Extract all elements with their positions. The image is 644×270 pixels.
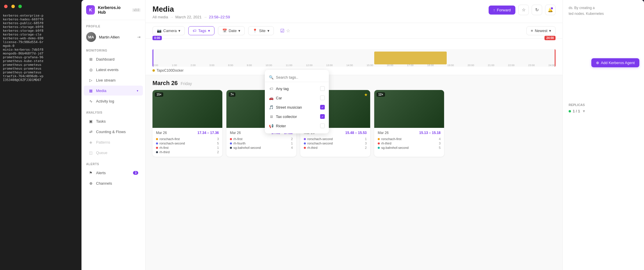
sidebar-item-alerts[interactable]: ⚑ Alerts 3: [84, 168, 143, 178]
sidebar-item-queue: ◫ Queue: [84, 148, 143, 158]
sidebar-item-dashboard[interactable]: ⊞ Dashboard: [84, 54, 143, 64]
tags-filter[interactable]: 🏷 Tags ▾: [188, 26, 214, 35]
tick-21: 21:00: [488, 64, 494, 67]
star-indicator: ★: [364, 92, 368, 97]
add-agent-button[interactable]: ⊕ Add Kerberos Agent: [591, 58, 639, 67]
sidebar-item-counting-flows[interactable]: ⇄ Counting & Flows: [84, 127, 143, 137]
media-info: Mar 26 17.34 – 17.36 rorschach-first 3 r…: [152, 128, 222, 157]
dropdown-item-tax_collector[interactable]: 🖥 Tax collector ✓: [265, 112, 329, 121]
sidebar-label-live-stream: Live stream: [96, 78, 138, 82]
tag-name: rh-fourth: [233, 142, 291, 145]
tick-14: 14:00: [346, 64, 353, 67]
tags-search-input[interactable]: [276, 75, 325, 80]
replicas-chevron-icon[interactable]: ▾: [583, 109, 585, 113]
analysis-section-label: ANALYSIS: [81, 106, 145, 116]
newest-chevron-icon: ▾: [549, 29, 551, 33]
tick-12: 12:00: [306, 64, 313, 67]
sidebar-item-activity-log[interactable]: ∿ Activity log: [84, 96, 143, 106]
tag-name: rorschach-second: [307, 142, 365, 145]
tick-23: 23:00: [528, 64, 535, 67]
media-date: Mar 26: [156, 131, 167, 135]
tag-color-dot: [230, 142, 232, 144]
tags-dropdown[interactable]: 🔍 🏷 Any tag 🚗 Car 🎵 Street musician ✓ 🖥 …: [265, 70, 329, 133]
channels-icon: ⊕: [88, 181, 93, 186]
terminal-line: minio-kerberos-7db5f8: [3, 48, 79, 52]
tag-count: 5: [217, 142, 219, 145]
terminal-line: prometheus-prometeus: [3, 67, 79, 70]
tick-18: 18:00: [427, 64, 434, 67]
site-filter[interactable]: 📍 Site ▾: [248, 26, 274, 35]
terminal-minimize-dot: [11, 5, 15, 8]
date-heading: March 26: [152, 80, 178, 87]
tag-color-dot: [304, 142, 306, 144]
media-date-row: Mar 26 15.13 – 15.18: [378, 131, 441, 135]
bell-icon: 🔔: [548, 7, 553, 13]
date-sub: Friday: [181, 81, 192, 86]
dropdown-item-rioter[interactable]: 📢 Rioter: [265, 121, 329, 130]
logout-icon[interactable]: ⇥: [137, 35, 141, 39]
sidebar-item-latest-events[interactable]: ◎ Latest events: [84, 65, 143, 75]
user-name: Martin Allien: [99, 35, 120, 39]
site-chevron-icon: ▾: [267, 29, 269, 33]
add-agent-icon: ⊕: [596, 61, 599, 65]
tick-17: 17:00: [407, 64, 414, 67]
tag-count: 1: [291, 142, 293, 145]
filter-check-icon[interactable]: ☑: [280, 28, 284, 33]
main-header: Media All media → March 22, 2021 → 23:58…: [146, 0, 563, 23]
timeline-activity-fill: [374, 52, 447, 64]
breadcrumb-all-media: All media: [152, 15, 168, 19]
media-thumbnail: 15×: [152, 90, 222, 128]
dropdown-checkbox-any[interactable]: [320, 86, 325, 91]
media-tag-row: rorschach-second 3: [304, 142, 367, 145]
dropdown-item-street_musician[interactable]: 🎵 Street musician ✓: [265, 103, 329, 112]
thumb-badge: 15×: [155, 92, 163, 97]
tick-1: 1:00: [172, 64, 177, 67]
right-panel-text2: ted nodes. Kubernetes: [569, 12, 638, 16]
dropdown-checkbox-tax_collector[interactable]: ✓: [320, 114, 325, 119]
tag-color-dot: [378, 142, 380, 144]
dropdown-checkbox-street_musician[interactable]: ✓: [320, 105, 325, 110]
site-icon: 📍: [253, 29, 257, 33]
camera-filter[interactable]: 📷 Camera ▾: [152, 26, 185, 35]
bell-button[interactable]: 🔔: [545, 5, 556, 15]
sidebar-item-tasks[interactable]: ▣ Tasks: [84, 116, 143, 126]
dropdown-item-any[interactable]: 🏷 Any tag: [265, 84, 329, 93]
terminal-line: prometheus-grafana-96: [3, 55, 79, 59]
sidebar-item-channels[interactable]: ⊕ Channels: [84, 178, 143, 188]
timeline-bar[interactable]: 0:00 1:00 2:00 3:00 8:00 9:00 10:00 11:0…: [152, 49, 556, 67]
tag-count: 2: [291, 137, 293, 141]
camera-icon: 📷: [157, 29, 162, 33]
sidebar-label-channels: Channels: [96, 181, 138, 186]
dashboard-icon: ⊞: [88, 57, 93, 61]
app-title: Kerberos.io Hub: [98, 5, 128, 15]
breadcrumb: All media → March 22, 2021 → 23:58–22:59: [152, 15, 230, 19]
terminal-line: prometheus-kube-state: [3, 59, 79, 63]
dropdown-item-label-tax_collector: Tax collector: [276, 114, 297, 119]
sidebar-label-tasks: Tasks: [96, 119, 138, 123]
tick-16: 16:00: [387, 64, 393, 67]
media-grid: 15× Mar 26 17.34 – 17.36 rorschach-first…: [152, 90, 556, 157]
tag-count: 3: [365, 142, 367, 145]
media-tag-row: rh-third 2: [304, 146, 367, 149]
dropdown-item-car[interactable]: 🚗 Car: [265, 93, 329, 103]
star-button[interactable]: ☆: [518, 5, 529, 15]
dropdown-checkbox-rioter[interactable]: [320, 123, 325, 128]
date-filter[interactable]: 📅 Date ▾: [218, 26, 245, 35]
refresh-button[interactable]: ↻: [532, 5, 542, 15]
dropdown-checkbox-car[interactable]: [320, 96, 325, 100]
replicas-value: 1 / 1 ▾: [569, 109, 638, 113]
logo-icon: K: [86, 5, 95, 15]
breadcrumb-sep1: →: [170, 15, 173, 19]
newest-button[interactable]: ≡ Newest ▾: [526, 26, 556, 35]
media-card[interactable]: 12× Mar 26 15.13 – 15.18 rorschach-first…: [374, 90, 444, 157]
filter-star-icon[interactable]: ☆: [286, 28, 290, 33]
media-tag-row: rh-first 2: [230, 137, 293, 141]
forward-button[interactable]: ↑ Forward: [489, 6, 515, 15]
media-date: Mar 26: [378, 131, 388, 135]
sidebar-item-media[interactable]: ▦ Media ▾: [84, 86, 143, 96]
replicas-label: REPLICAS: [569, 103, 638, 107]
sidebar-item-live-stream[interactable]: ▷ Live stream: [84, 75, 143, 85]
media-card[interactable]: 15× Mar 26 17.34 – 17.36 rorschach-first…: [152, 90, 222, 157]
filter-bar: 📷 Camera ▾ 🏷 Tags ▾ 📅 Date ▾ 📍 Site ▾ ☑: [146, 23, 563, 39]
dropdown-item-label-street_musician: Street musician: [276, 105, 302, 110]
